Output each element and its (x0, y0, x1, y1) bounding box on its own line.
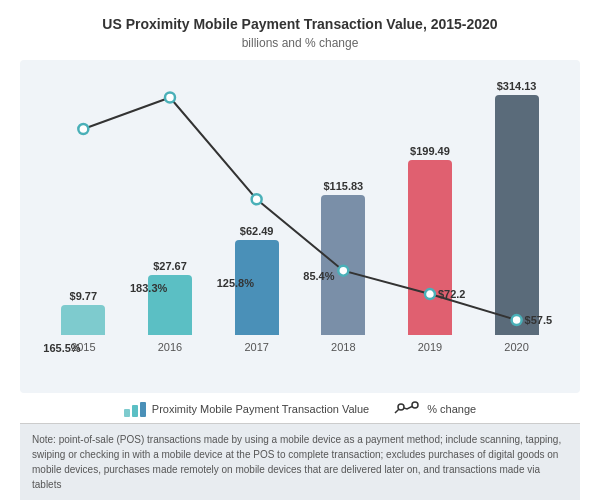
bar-2015 (61, 305, 105, 335)
pct-label-2015: 165.5% (43, 342, 80, 354)
bar-group-2020: $314.132020 (487, 80, 547, 353)
chart-legend: Proximity Mobile Payment Transaction Val… (20, 393, 580, 423)
bar-year-2018: 2018 (331, 341, 355, 353)
bar-group-2016: $27.672016183.3% (140, 260, 200, 353)
bar-2019 (408, 160, 452, 335)
chart-area: $9.772015165.5%$27.672016183.3%$62.49201… (20, 60, 580, 393)
bar-value-2015: $9.77 (70, 290, 98, 302)
legend-bar-label: Proximity Mobile Payment Transaction Val… (152, 403, 369, 415)
bar-2020 (495, 95, 539, 335)
legend-line-icon (393, 401, 421, 417)
legend-line-label: % change (427, 403, 476, 415)
svg-point-4 (412, 402, 418, 408)
svg-rect-0 (124, 409, 130, 417)
bar-value-2018: $115.83 (323, 180, 363, 192)
bar-year-2017: 2017 (244, 341, 268, 353)
legend-line-item: % change (393, 401, 476, 417)
bar-group-2015: $9.772015165.5% (53, 290, 113, 353)
chart-title: US Proximity Mobile Payment Transaction … (20, 16, 580, 32)
bar-value-2016: $27.67 (153, 260, 187, 272)
svg-rect-2 (140, 402, 146, 417)
legend-bar-icon (124, 401, 146, 417)
main-container: US Proximity Mobile Payment Transaction … (0, 0, 600, 500)
bars-container: $9.772015165.5%$27.672016183.3%$62.49201… (40, 70, 560, 353)
bar-group-2018: $115.83201885.4% (313, 180, 373, 353)
bar-year-2016: 2016 (158, 341, 182, 353)
chart-note: Note: point-of-sale (POS) transactions m… (20, 423, 580, 500)
pct-label-2018: 85.4% (303, 270, 334, 282)
svg-rect-1 (132, 405, 138, 417)
bar-value-2020: $314.13 (497, 80, 537, 92)
pct-label-2016: 183.3% (130, 282, 167, 294)
bar-group-2019: $199.492019 (400, 145, 460, 353)
bar-2018 (321, 195, 365, 335)
svg-point-3 (398, 404, 404, 410)
bar-group-2017: $62.492017125.8% (227, 225, 287, 353)
bar-year-2020: 2020 (504, 341, 528, 353)
pct-label-2017: 125.8% (217, 277, 254, 289)
chart-subtitle: billions and % change (20, 36, 580, 50)
legend-bar-item: Proximity Mobile Payment Transaction Val… (124, 401, 369, 417)
bar-value-2017: $62.49 (240, 225, 274, 237)
bar-value-2019: $199.49 (410, 145, 450, 157)
bar-year-2019: 2019 (418, 341, 442, 353)
